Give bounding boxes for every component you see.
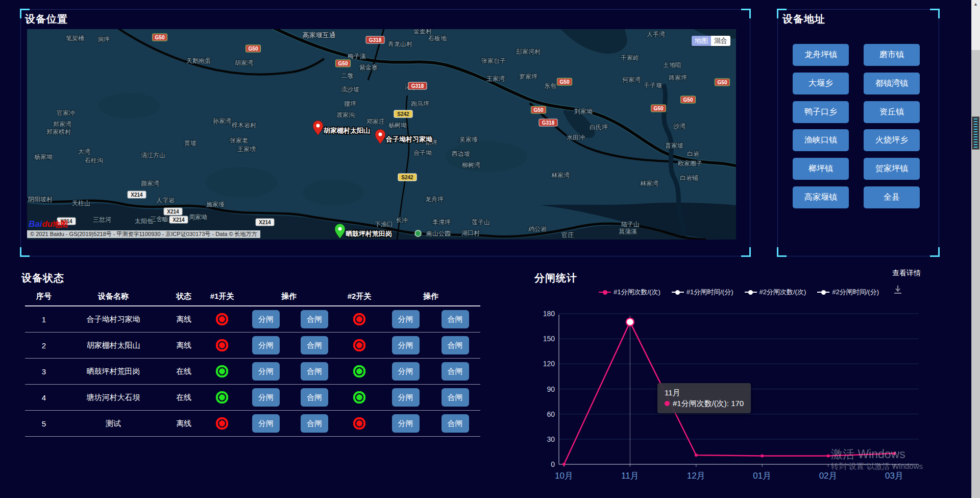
address-button-全县[interactable]: 全县 (864, 186, 920, 208)
map-type-地图[interactable]: 地图 (692, 36, 711, 46)
address-button-都镇湾镇[interactable]: 都镇湾镇 (864, 73, 920, 94)
corner-accent (20, 247, 30, 257)
open-switch1-button[interactable]: 分闸 (252, 362, 280, 381)
map-place-label: 罗家坪 (519, 73, 537, 80)
address-button-榔坪镇[interactable]: 榔坪镇 (793, 158, 849, 180)
svg-text:X214: X214 (173, 217, 185, 223)
map-place-label: 李潭坪 (432, 219, 451, 226)
switch1-indicator-green (215, 391, 229, 404)
data-point[interactable] (761, 455, 764, 458)
map-place-label: 何家湾 (622, 76, 641, 83)
svg-text:03月: 03月 (885, 471, 903, 481)
address-button-渔峡口镇[interactable]: 渔峡口镇 (793, 129, 849, 151)
map-place-label: 邓家庄 (366, 118, 385, 125)
open-switch1-button[interactable]: 分闸 (252, 388, 280, 407)
open-switch1-button[interactable]: 分闸 (252, 336, 280, 354)
map-place-label: 石板地 (428, 35, 447, 42)
map-place-label: 白氏坪 (590, 124, 608, 131)
device-name: 测试 (106, 419, 121, 429)
open-switch2-button[interactable]: 分闸 (392, 414, 420, 433)
table-header-cell: 状态 (164, 292, 204, 301)
svg-text:G50: G50 (534, 107, 544, 113)
address-button-鸭子口乡[interactable]: 鸭子口乡 (793, 101, 849, 123)
map-place-label: 合子坳 (413, 149, 432, 156)
address-button-贺家坪镇[interactable]: 贺家坪镇 (864, 158, 920, 180)
device-name: 塘坊河村大石坝 (87, 393, 140, 402)
svg-text:南山公园: 南山公园 (426, 230, 451, 237)
map-type-混合[interactable]: 混合 (711, 36, 730, 46)
address-button-大堰乡[interactable]: 大堰乡 (793, 73, 849, 94)
map-place-label: 贯坡 (184, 139, 197, 147)
close-switch1-button[interactable]: 合闸 (301, 414, 328, 433)
data-point[interactable] (827, 455, 830, 458)
svg-text:120: 120 (543, 360, 555, 368)
svg-text:01月: 01月 (753, 471, 771, 481)
road-badge: X214 (164, 208, 182, 215)
switch2-indicator-red (353, 417, 366, 430)
address-button-火烧坪乡[interactable]: 火烧坪乡 (864, 129, 920, 151)
svg-text:30: 30 (547, 435, 555, 443)
activate-windows-watermark: 激活 Windows (831, 446, 905, 462)
data-point[interactable] (695, 454, 698, 457)
device-status: 离线 (176, 315, 191, 324)
open-switch2-button[interactable]: 分闸 (392, 388, 420, 407)
close-switch2-button[interactable]: 合闸 (442, 310, 469, 328)
close-switch2-button[interactable]: 合闸 (442, 414, 469, 433)
activate-windows-watermark-sub: 转到“设置”以激活 Windows (831, 462, 923, 471)
device-status: 在线 (176, 393, 191, 402)
close-switch1-button[interactable]: 合闸 (301, 336, 328, 354)
map-place-label: 官庄 (561, 231, 574, 239)
map-place-label: 沙湾 (673, 123, 685, 130)
data-point[interactable] (562, 463, 566, 466)
svg-text:90: 90 (547, 385, 555, 393)
open-switch2-button[interactable]: 分闸 (392, 362, 420, 381)
map-place-label: 梅子溪 (347, 53, 366, 60)
address-button-资丘镇[interactable]: 资丘镇 (864, 101, 920, 123)
scrollbar-up-arrow-icon[interactable]: ▲ (973, 2, 978, 7)
open-switch1-button[interactable]: 分闸 (252, 414, 280, 433)
svg-text:G50: G50 (683, 97, 693, 103)
road-badge: G50 (336, 60, 351, 67)
map-place-label: 紫金寨 (359, 64, 378, 71)
map-place-label: 王家塝 (237, 146, 256, 153)
map-place-label: 杨树坳 (388, 122, 407, 129)
device-status-table: 序号设备名称状态#1开关操作#2开关操作 1合子坳村习家坳离线分闸合闸分闸合闸2… (25, 287, 480, 437)
close-switch2-button[interactable]: 合闸 (442, 362, 469, 381)
svg-text:S242: S242 (397, 111, 409, 117)
table-header-cell: 序号 (25, 292, 63, 301)
svg-text:G50: G50 (249, 46, 258, 52)
scrollbar-thumb[interactable] (972, 116, 979, 150)
close-switch1-button[interactable]: 合闸 (301, 362, 328, 381)
map-place-label: 天鹅抱蛋 (186, 57, 211, 64)
close-switch2-button[interactable]: 合闸 (442, 336, 469, 354)
table-row: 2胡家棚村太阳山离线分闸合闸分闸合闸 (25, 333, 480, 359)
address-button-磨市镇[interactable]: 磨市镇 (864, 44, 920, 66)
device-status: 离线 (176, 341, 191, 350)
map-place-label: 施家垭 (206, 201, 225, 208)
open-switch1-button[interactable]: 分闸 (252, 310, 280, 328)
scrollbar-track-top[interactable] (971, 0, 980, 50)
map-place-label: 人字岩 (156, 197, 175, 204)
svg-text:胡家棚村太阳山: 胡家棚村太阳山 (323, 127, 370, 134)
view-details-link[interactable]: 查看详情 (892, 269, 921, 278)
open-switch2-button[interactable]: 分闸 (392, 336, 420, 354)
close-switch1-button[interactable]: 合闸 (301, 310, 328, 328)
svg-text:12月: 12月 (687, 471, 705, 481)
chart-tooltip: 11月 #1分闸次数/(次): 170 (657, 383, 751, 413)
road-badge: S242 (398, 174, 416, 181)
baidu-map[interactable]: 笔架槽洞坪天鹅抱蛋胡家湾高家堰互通梅子溪紫金寨二墩金釜村石板地青龙山村张家台子彭… (27, 29, 736, 240)
close-switch1-button[interactable]: 合闸 (301, 388, 328, 407)
address-button-高家堰镇[interactable]: 高家堰镇 (793, 186, 849, 208)
map-place-label: 东包 (544, 82, 556, 89)
svg-text:G50: G50 (560, 79, 570, 85)
map-place-label: 三岔河 (93, 216, 111, 223)
table-header-cell: 操作 (240, 292, 337, 301)
switch2-indicator-green (353, 365, 366, 378)
switch1-indicator-red (215, 417, 229, 430)
address-button-龙舟坪镇[interactable]: 龙舟坪镇 (793, 44, 849, 66)
map-canvas: 笔架槽洞坪天鹅抱蛋胡家湾高家堰互通梅子溪紫金寨二墩金釜村石板地青龙山村张家台子彭… (27, 29, 736, 240)
open-switch2-button[interactable]: 分闸 (392, 310, 420, 328)
close-switch2-button[interactable]: 合闸 (442, 388, 469, 407)
tooltip-category: 11月 (665, 387, 744, 398)
highlighted-data-point[interactable] (626, 318, 634, 326)
